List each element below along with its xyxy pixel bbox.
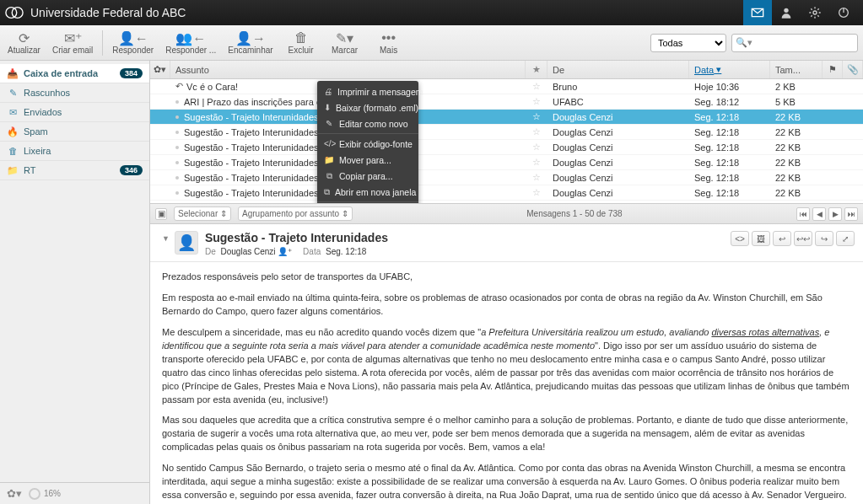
topbar-user[interactable] [772, 0, 801, 25]
code-icon: </> [324, 139, 334, 148]
row-star[interactable]: ☆ [526, 140, 547, 154]
folder-name: Spam [24, 126, 143, 137]
col-date[interactable]: Data ▾ [689, 61, 770, 78]
preview-replyall-button[interactable]: ↩↩ [794, 231, 812, 246]
folder-settings-icon[interactable]: ✿▾ [7, 487, 22, 500]
thread-dot-icon [175, 100, 179, 104]
col-size[interactable]: Tam... [770, 61, 823, 78]
message-row[interactable]: ARI | Prazo das inscrições para o C ☆ UF… [150, 94, 863, 110]
row-star[interactable]: ☆ [526, 125, 547, 139]
compose-icon: ✉⁺ [64, 30, 82, 46]
preview-from: Douglas Cenzi 👤⁺ [221, 247, 293, 256]
message-row[interactable]: Sugestão - Trajeto Interunidades ☆ Dougl… [150, 170, 863, 185]
message-row[interactable]: Sugestão - Trajeto Interunidades ☆ Dougl… [150, 125, 863, 140]
message-row[interactable]: Sugestão - Trajeto Interunidades ☆ Dougl… [150, 140, 863, 155]
reply-button[interactable]: 👤←Responder [110, 27, 156, 59]
ctx-openwin[interactable]: ⧉Abrir em nova janela [317, 184, 418, 200]
ctx-download[interactable]: ⬇Baixar (formato .eml) [317, 99, 418, 115]
message-row[interactable]: Sugestão - Trajeto Interunidades ☆ Dougl… [150, 185, 863, 201]
nav-last[interactable]: ⏭ [844, 207, 858, 221]
row-date: Seg. 12:18 [689, 185, 770, 200]
message-row[interactable]: ↶Vc é o Cara! ☆ Bruno Hoje 10:36 2 KB [150, 79, 863, 94]
toggle-images-button[interactable]: 🖼 [752, 231, 770, 246]
folder-badge: 346 [120, 165, 143, 175]
row-star[interactable]: ☆ [526, 170, 547, 185]
context-menu: 🖨Imprimir a mensagem ⬇Baixar (formato .e… [317, 81, 418, 204]
folder-item[interactable]: 🔥Spam [0, 122, 149, 142]
topbar-settings[interactable] [801, 0, 829, 25]
message-row[interactable]: ProGrad e ProEx | Comunicado sobre o eve… [150, 201, 863, 204]
message-count: Mensagens 1 - 50 de 738 [359, 209, 790, 218]
folder-filter-select[interactable]: Todas [650, 34, 726, 52]
nav-first[interactable]: ⏮ [796, 207, 810, 221]
col-settings[interactable]: ✿▾ [150, 61, 170, 78]
row-size: 22 KB [770, 170, 823, 185]
topbar-mail[interactable] [743, 0, 772, 25]
row-star[interactable]: ☆ [526, 201, 547, 204]
mark-button[interactable]: ✎▾Marcar [326, 27, 364, 59]
preview-forward-button[interactable]: ↪ [815, 231, 833, 246]
folder-item[interactable]: ✎Rascunhos [0, 83, 149, 103]
col-attachment[interactable]: 📎 [843, 61, 863, 78]
delete-button[interactable]: 🗑Excluir [283, 27, 320, 59]
ufabc-logo-icon [5, 3, 24, 22]
preview-open-button[interactable]: ⤢ [836, 231, 855, 246]
nav-next[interactable]: ▶ [828, 207, 842, 221]
col-subject[interactable]: Assunto [170, 61, 526, 78]
folder-icon: 📁 [7, 165, 19, 176]
forward-button[interactable]: 👤→Encaminhar [225, 27, 275, 59]
folder-item[interactable]: ✉Enviados [0, 103, 149, 122]
col-from[interactable]: De [547, 61, 689, 78]
ctx-editnew[interactable]: ✎Editar como novo [317, 115, 418, 131]
select-toggle-icon[interactable]: ▣ [155, 208, 167, 220]
preview-reply-button[interactable]: ↩ [773, 231, 791, 246]
row-date: Seg. 12:18 [689, 170, 770, 185]
quota-percent: 16% [44, 489, 61, 498]
row-star[interactable]: ☆ [526, 185, 547, 200]
ctx-move[interactable]: 📁Mover para... [317, 152, 418, 168]
ctx-print[interactable]: 🖨Imprimir a mensagem [317, 83, 418, 99]
search-box[interactable]: 🔍▾ [731, 34, 858, 52]
row-date: Hoje 10:36 [689, 79, 770, 94]
toggle-html-button[interactable]: <> [731, 231, 749, 246]
message-row[interactable]: Sugestão - Trajeto Interunidades ☆ Dougl… [150, 110, 863, 125]
search-input[interactable] [755, 38, 839, 48]
group-dropdown[interactable]: Agrupamento por assunto ⇕ [238, 206, 353, 221]
row-star[interactable]: ☆ [526, 94, 547, 109]
folder-item[interactable]: 📁RT346 [0, 161, 149, 180]
folder-item[interactable]: 📥Caixa de entrada384 [0, 64, 149, 83]
compose-button[interactable]: ✉⁺Criar email [50, 27, 95, 59]
message-row[interactable]: Sugestão - Trajeto Interunidades ☆ Dougl… [150, 155, 863, 170]
refresh-button[interactable]: ⟳Atualizar [5, 27, 43, 59]
row-star[interactable]: ☆ [526, 79, 547, 94]
header-expand[interactable]: ▼ [162, 234, 170, 243]
select-dropdown[interactable]: Selecionar ⇕ [174, 206, 231, 221]
folder-name: RT [24, 165, 115, 175]
row-date: Seg. 18:12 [689, 94, 770, 109]
quota-circle-icon [29, 488, 40, 500]
nav-prev[interactable]: ◀ [812, 207, 826, 221]
col-star[interactable]: ★ [526, 61, 547, 78]
topbar-logout[interactable] [829, 0, 858, 25]
replyall-button[interactable]: 👥←Responder ... [163, 27, 218, 59]
folder-icon: ✉ [7, 107, 19, 118]
brand-logo: Universidade Federal do ABC [5, 3, 186, 22]
ctx-copy[interactable]: ⧉Copiar para... [317, 168, 418, 184]
row-date: Seg. 12:18 [689, 110, 770, 124]
col-flag[interactable]: ⚑ [823, 61, 843, 78]
row-star[interactable]: ☆ [526, 155, 547, 169]
download-icon: ⬇ [324, 103, 331, 112]
row-from: Douglas Cenzi [547, 140, 689, 154]
message-body: Prezados responsáveis pelo setor de tran… [150, 262, 863, 504]
more-button[interactable]: •••Mais [370, 27, 407, 59]
folder-item[interactable]: 🗑Lixeira [0, 142, 149, 161]
thread-dot-icon [175, 146, 179, 149]
row-date: Seg. 12:18 [689, 155, 770, 169]
row-date: Seg. 12:18 [689, 140, 770, 154]
row-star[interactable]: ☆ [526, 110, 547, 124]
preview-date: Seg. 12:18 [326, 247, 366, 256]
thread-dot-icon [175, 161, 179, 164]
ctx-source[interactable]: </>Exibir código-fonte [317, 136, 418, 152]
thread-dot-icon [175, 176, 179, 180]
row-from: Douglas Cenzi [547, 170, 689, 185]
